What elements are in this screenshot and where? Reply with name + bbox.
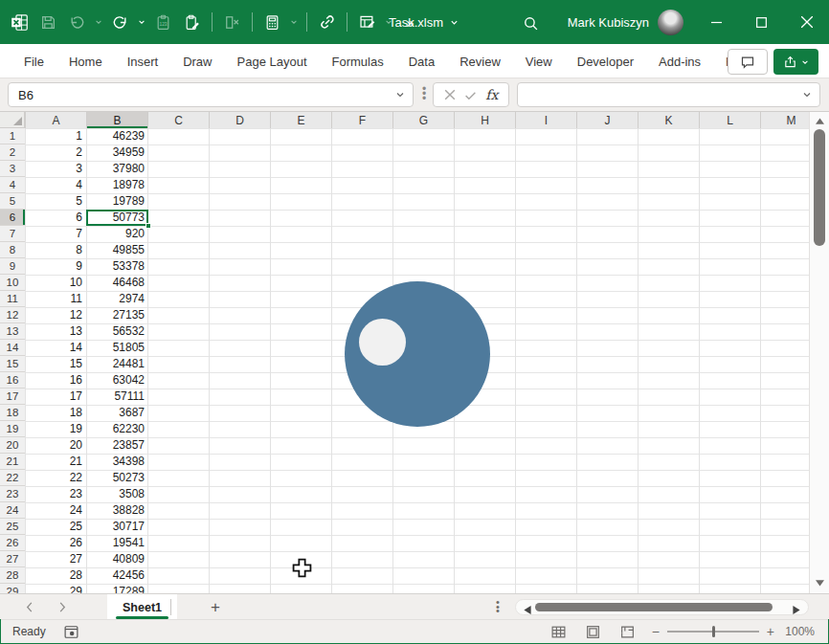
paste-formatting-icon[interactable] <box>180 10 204 34</box>
cell-A12[interactable]: 12 <box>25 307 82 323</box>
row-header-14[interactable]: 14 <box>0 340 25 356</box>
row-header-27[interactable]: 27 <box>0 551 25 567</box>
row-header-11[interactable]: 11 <box>0 291 25 307</box>
cancel-icon[interactable] <box>444 89 456 100</box>
avatar[interactable] <box>658 10 683 35</box>
normal-view-icon[interactable] <box>549 622 570 641</box>
cells-layer[interactable]: 1462392349593379804189785197896507737920… <box>25 128 809 593</box>
row-header-28[interactable]: 28 <box>0 567 25 584</box>
scroll-up-icon[interactable] <box>810 114 829 129</box>
row-header-2[interactable]: 2 <box>0 144 25 161</box>
tab-data[interactable]: Data <box>396 44 447 78</box>
cell-B9[interactable]: 53378 <box>86 258 145 275</box>
cell-B26[interactable]: 19541 <box>86 535 145 551</box>
page-break-preview-icon[interactable] <box>617 622 639 641</box>
horizontal-scrollbar[interactable] <box>515 599 809 615</box>
row-header-9[interactable]: 9 <box>0 258 25 275</box>
cell-A21[interactable]: 21 <box>25 454 82 470</box>
cell-B28[interactable]: 42456 <box>86 567 145 584</box>
cell-B19[interactable]: 62230 <box>86 421 145 437</box>
cell-B21[interactable]: 34398 <box>86 454 145 470</box>
scroll-down-icon[interactable] <box>810 575 829 590</box>
fill-handle[interactable] <box>146 223 151 229</box>
tab-page-layout[interactable]: Page Layout <box>225 44 320 78</box>
column-header-H[interactable]: H <box>454 112 515 128</box>
column-header-J[interactable]: J <box>576 112 638 128</box>
row-header-19[interactable]: 19 <box>0 421 25 437</box>
enter-icon[interactable] <box>464 89 477 101</box>
formula-expand-icon[interactable] <box>802 90 812 100</box>
cell-B5[interactable]: 19789 <box>86 193 145 210</box>
row-header-26[interactable]: 26 <box>0 535 25 551</box>
save-icon[interactable] <box>36 10 60 34</box>
cell-B10[interactable]: 46468 <box>86 275 145 291</box>
row-header-8[interactable]: 8 <box>0 242 25 258</box>
cell-B11[interactable]: 2974 <box>86 291 145 307</box>
cell-A1[interactable]: 1 <box>25 128 82 144</box>
column-header-M[interactable]: M <box>760 112 809 128</box>
row-header-13[interactable]: 13 <box>0 323 25 340</box>
cell-A22[interactable]: 22 <box>25 470 82 486</box>
row-header-6[interactable]: 6 <box>0 210 25 226</box>
cell-A25[interactable]: 25 <box>25 519 82 535</box>
insert-function-icon[interactable]: fx <box>485 87 498 102</box>
maximize-button[interactable] <box>739 0 784 44</box>
row-header-22[interactable]: 22 <box>0 470 25 486</box>
cell-A6[interactable]: 6 <box>25 210 82 226</box>
delete-cells-icon[interactable] <box>220 10 244 34</box>
row-header-25[interactable]: 25 <box>0 519 25 535</box>
cell-A3[interactable]: 3 <box>25 161 82 177</box>
row-header-29[interactable]: 29 <box>0 584 25 593</box>
cell-B16[interactable]: 63042 <box>86 372 145 389</box>
column-header-A[interactable]: A <box>25 112 86 128</box>
cell-B15[interactable]: 24481 <box>86 356 145 372</box>
cell-A28[interactable]: 28 <box>25 567 82 584</box>
format-as-table-icon[interactable] <box>355 10 379 34</box>
cell-A11[interactable]: 11 <box>25 291 82 307</box>
cell-A23[interactable]: 23 <box>25 486 82 502</box>
cell-A16[interactable]: 16 <box>25 372 82 389</box>
cell-A13[interactable]: 13 <box>25 323 82 340</box>
next-sheet-icon[interactable] <box>50 594 75 620</box>
tab-view[interactable]: View <box>513 44 565 78</box>
select-all-corner[interactable] <box>0 112 25 128</box>
row-header-7[interactable]: 7 <box>0 226 25 242</box>
column-header-L[interactable]: L <box>699 112 760 128</box>
cell-B29[interactable]: 17289 <box>86 584 145 593</box>
tab-review[interactable]: Review <box>447 44 513 78</box>
cell-A17[interactable]: 17 <box>25 389 82 405</box>
tab-home[interactable]: Home <box>56 44 115 78</box>
row-header-21[interactable]: 21 <box>0 454 25 470</box>
zoom-in-icon[interactable]: + <box>767 624 774 639</box>
tab-file[interactable]: File <box>11 44 56 78</box>
undo-dropdown-icon[interactable] <box>94 10 103 34</box>
paste-values-icon[interactable]: 123 <box>151 10 175 34</box>
undo-icon[interactable] <box>65 10 89 34</box>
calculator-dropdown-icon[interactable] <box>289 10 299 34</box>
cell-A14[interactable]: 14 <box>25 340 82 356</box>
column-header-B[interactable]: B <box>86 112 147 128</box>
name-box-dropdown-icon[interactable] <box>395 90 405 100</box>
zoom-level[interactable]: 100% <box>782 625 815 638</box>
row-header-5[interactable]: 5 <box>0 193 25 210</box>
cell-B24[interactable]: 38828 <box>86 502 145 519</box>
cell-B14[interactable]: 51805 <box>86 340 145 356</box>
record-macro-icon[interactable] <box>63 624 79 640</box>
name-box[interactable]: B6 <box>8 82 414 107</box>
cell-B27[interactable]: 40809 <box>86 551 145 567</box>
scroll-right-icon[interactable] <box>793 604 800 617</box>
cell-A24[interactable]: 24 <box>25 502 82 519</box>
circle-shape[interactable] <box>345 281 490 427</box>
cell-B12[interactable]: 27135 <box>86 307 145 323</box>
cell-A18[interactable]: 18 <box>25 405 82 421</box>
tab-add-ins[interactable]: Add-ins <box>646 44 713 78</box>
comments-button[interactable] <box>728 49 768 75</box>
calculator-icon[interactable] <box>260 10 284 34</box>
cell-A15[interactable]: 15 <box>25 356 82 372</box>
minimize-button[interactable] <box>694 0 739 44</box>
link-icon[interactable] <box>315 10 339 34</box>
cell-A26[interactable]: 26 <box>25 535 82 551</box>
row-header-4[interactable]: 4 <box>0 177 25 193</box>
sheetbar-grip[interactable]: ••• <box>494 600 502 613</box>
cell-B23[interactable]: 3508 <box>86 486 145 502</box>
